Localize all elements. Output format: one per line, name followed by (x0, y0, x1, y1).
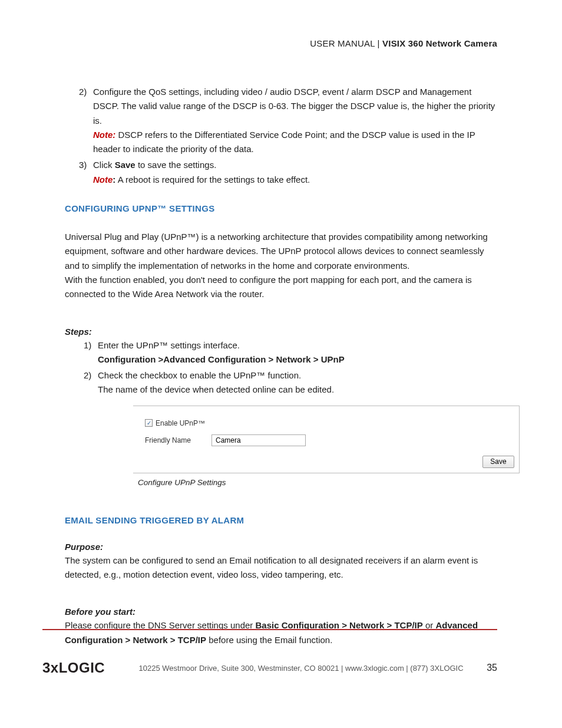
page-header: USER MANUAL | VISIX 360 Network Camera (65, 38, 497, 48)
enable-upnp-checkbox[interactable]: ✓ (145, 419, 153, 427)
step-text-2: The name of the device when detected onl… (98, 384, 334, 394)
list-body: Check the checkbox to enable the UPnP™ f… (98, 368, 497, 397)
qos-step-list: 2) Configure the QoS settings, including… (65, 85, 497, 187)
friendly-name-row: Friendly Name (145, 434, 511, 446)
steps-label: Steps: (65, 327, 497, 337)
enable-upnp-label: Enable UPnP™ (156, 419, 205, 427)
click-text: Click (93, 160, 115, 170)
brand-logo: 3xLOGIC (42, 660, 105, 676)
note-label: Note (93, 174, 113, 185)
page-footer: 3xLOGIC 10225 Westmoor Drive, Suite 300,… (0, 629, 562, 676)
section-heading-email: EMAIL SENDING TRIGGERED BY ALARM (65, 515, 497, 525)
enable-upnp-row: ✓ Enable UPnP™ (145, 419, 511, 427)
footer-row: 3xLOGIC 10225 Westmoor Drive, Suite 300,… (42, 660, 497, 676)
note-text: A reboot is required for the settings to… (115, 174, 310, 185)
header-product: VISIX 360 Network Camera (382, 38, 497, 48)
figure-caption: Configure UPnP Settings (138, 478, 497, 487)
email-section: EMAIL SENDING TRIGGERED BY ALARM Purpose… (65, 515, 497, 647)
list-body: Enter the UPnP™ settings interface. Conf… (98, 338, 497, 367)
friendly-name-input[interactable] (211, 434, 306, 446)
upnp-paragraph-1: Universal Plug and Play (UPnP™) is a net… (65, 230, 497, 273)
list-item: 1) Enter the UPnP™ settings interface. C… (65, 338, 497, 367)
list-number: 1) (65, 338, 98, 367)
document-page: USER MANUAL | VISIX 360 Network Camera 2… (0, 0, 562, 728)
upnp-settings-panel: ✓ Enable UPnP™ Friendly Name Save (133, 406, 520, 473)
upnp-step-list: 1) Enter the UPnP™ settings interface. C… (65, 338, 497, 397)
nav-path: Configuration >Advanced Configuration > … (98, 354, 345, 364)
qos-text-2: The valid value range of the DSCP is 0-6… (93, 101, 495, 125)
list-number: 3) (65, 158, 93, 187)
upnp-paragraph-2: With the function enabled, you don't nee… (65, 273, 497, 302)
section-heading-upnp: CONFIGURING UPNP™ SETTINGS (65, 203, 497, 213)
rest-text: to save the settings. (135, 160, 217, 170)
save-row: Save (133, 452, 519, 473)
upnp-panel-inner: ✓ Enable UPnP™ Friendly Name (133, 406, 519, 452)
step-text: Enter the UPnP™ settings interface. (98, 340, 240, 350)
page-number: 35 (480, 663, 497, 673)
before-label: Before you start: (65, 607, 497, 617)
footer-rule (42, 629, 497, 630)
note-text: DSCP refers to the Differentiated Servic… (93, 130, 475, 154)
list-number: 2) (65, 85, 93, 156)
friendly-name-label: Friendly Name (145, 436, 211, 444)
save-word: Save (115, 160, 135, 170)
purpose-text: The system can be configured to send an … (65, 554, 497, 582)
step-text: Check the checkbox to enable the UPnP™ f… (98, 370, 301, 380)
header-prefix: USER MANUAL | (310, 38, 382, 48)
list-item: 2) Configure the QoS settings, including… (65, 85, 497, 156)
purpose-label: Purpose: (65, 542, 497, 552)
list-body: Click Save to save the settings. Note: A… (93, 158, 497, 187)
list-item: 2) Check the checkbox to enable the UPnP… (65, 368, 497, 397)
save-button[interactable]: Save (482, 456, 514, 468)
note-label: Note: (93, 130, 115, 140)
list-number: 2) (65, 368, 98, 397)
purpose-block: Purpose: The system can be configured to… (65, 542, 497, 582)
footer-address: 10225 Westmoor Drive, Suite 300, Westmin… (105, 664, 480, 673)
list-item: 3) Click Save to save the settings. Note… (65, 158, 497, 187)
list-body: Configure the QoS settings, including vi… (93, 85, 497, 156)
